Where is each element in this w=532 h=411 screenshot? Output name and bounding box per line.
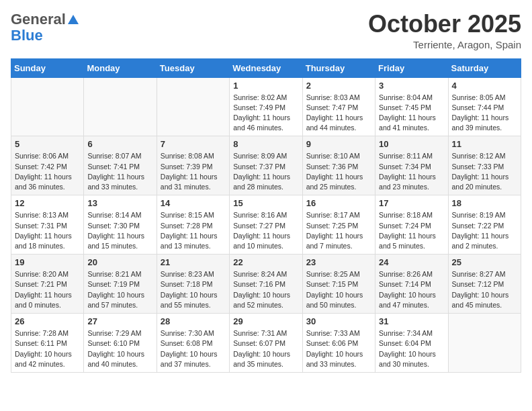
header-wednesday: Wednesday <box>230 58 302 77</box>
day-number: 27 <box>87 316 152 326</box>
day-info: Sunrise: 8:24 AMSunset: 7:16 PMDaylight:… <box>233 269 298 310</box>
day-info: Sunrise: 8:21 AMSunset: 7:19 PMDaylight:… <box>87 269 152 310</box>
table-row: 9Sunrise: 8:10 AMSunset: 7:36 PMDaylight… <box>302 136 375 195</box>
day-number: 21 <box>161 257 226 267</box>
day-info: Sunrise: 8:13 AMSunset: 7:31 PMDaylight:… <box>15 210 80 251</box>
table-row: 15Sunrise: 8:16 AMSunset: 7:27 PMDayligh… <box>230 195 302 255</box>
header-saturday: Saturday <box>448 58 521 77</box>
table-row: 19Sunrise: 8:20 AMSunset: 7:21 PMDayligh… <box>11 255 84 314</box>
day-info: Sunrise: 7:28 AMSunset: 6:11 PMDaylight:… <box>15 328 80 369</box>
table-row: 10Sunrise: 8:11 AMSunset: 7:34 PMDayligh… <box>375 136 448 195</box>
header-friday: Friday <box>375 58 448 77</box>
table-row: 26Sunrise: 7:28 AMSunset: 6:11 PMDayligh… <box>11 314 84 373</box>
logo: General Blue <box>11 11 79 44</box>
day-number: 17 <box>379 198 444 208</box>
calendar-week-row: 19Sunrise: 8:20 AMSunset: 7:21 PMDayligh… <box>11 255 521 314</box>
table-row: 22Sunrise: 8:24 AMSunset: 7:16 PMDayligh… <box>230 255 302 314</box>
day-info: Sunrise: 8:19 AMSunset: 7:22 PMDaylight:… <box>452 210 517 251</box>
table-row: 4Sunrise: 8:05 AMSunset: 7:44 PMDaylight… <box>448 77 521 136</box>
day-number: 22 <box>233 257 298 267</box>
day-info: Sunrise: 8:27 AMSunset: 7:12 PMDaylight:… <box>452 269 517 310</box>
day-number: 6 <box>87 139 152 149</box>
day-info: Sunrise: 8:14 AMSunset: 7:30 PMDaylight:… <box>87 210 152 251</box>
day-info: Sunrise: 8:16 AMSunset: 7:27 PMDaylight:… <box>233 210 298 251</box>
day-info: Sunrise: 8:07 AMSunset: 7:41 PMDaylight:… <box>87 151 152 192</box>
day-number: 8 <box>233 139 298 149</box>
logo-blue-text: Blue <box>11 27 43 44</box>
month-title: October 2025 <box>368 11 521 38</box>
day-number: 14 <box>161 198 226 208</box>
table-row: 31Sunrise: 7:34 AMSunset: 6:04 PMDayligh… <box>375 314 448 373</box>
calendar-week-row: 26Sunrise: 7:28 AMSunset: 6:11 PMDayligh… <box>11 314 521 373</box>
weekday-header-row: Sunday Monday Tuesday Wednesday Thursday… <box>11 58 521 77</box>
logo-icon <box>67 13 79 26</box>
day-number: 7 <box>161 139 226 149</box>
header-tuesday: Tuesday <box>157 58 229 77</box>
day-number: 23 <box>306 257 371 267</box>
calendar-week-row: 1Sunrise: 8:02 AMSunset: 7:49 PMDaylight… <box>11 77 521 136</box>
day-number: 28 <box>161 316 226 326</box>
calendar-table: Sunday Monday Tuesday Wednesday Thursday… <box>11 58 521 373</box>
location-text: Terriente, Aragon, Spain <box>368 39 521 50</box>
table-row: 6Sunrise: 8:07 AMSunset: 7:41 PMDaylight… <box>84 136 157 195</box>
table-row: 5Sunrise: 8:06 AMSunset: 7:42 PMDaylight… <box>11 136 84 195</box>
day-number: 26 <box>15 316 80 326</box>
day-number: 19 <box>15 257 80 267</box>
table-row: 8Sunrise: 8:09 AMSunset: 7:37 PMDaylight… <box>230 136 302 195</box>
day-info: Sunrise: 7:30 AMSunset: 6:08 PMDaylight:… <box>161 328 226 369</box>
day-number: 29 <box>233 316 298 326</box>
day-info: Sunrise: 8:10 AMSunset: 7:36 PMDaylight:… <box>306 151 371 192</box>
table-row: 18Sunrise: 8:19 AMSunset: 7:22 PMDayligh… <box>448 195 521 255</box>
day-number: 12 <box>15 198 80 208</box>
day-number: 13 <box>87 198 152 208</box>
day-info: Sunrise: 7:33 AMSunset: 6:06 PMDaylight:… <box>306 328 371 369</box>
table-row: 23Sunrise: 8:25 AMSunset: 7:15 PMDayligh… <box>302 255 375 314</box>
day-number: 4 <box>452 81 517 91</box>
table-row: 1Sunrise: 8:02 AMSunset: 7:49 PMDaylight… <box>230 77 302 136</box>
day-number: 24 <box>379 257 444 267</box>
day-info: Sunrise: 8:03 AMSunset: 7:47 PMDaylight:… <box>306 93 371 134</box>
day-info: Sunrise: 8:15 AMSunset: 7:28 PMDaylight:… <box>161 210 226 251</box>
logo-general-text: General <box>11 11 66 28</box>
header-sunday: Sunday <box>11 58 84 77</box>
day-info: Sunrise: 8:20 AMSunset: 7:21 PMDaylight:… <box>15 269 80 310</box>
table-row <box>11 77 84 136</box>
day-number: 16 <box>306 198 371 208</box>
day-info: Sunrise: 8:26 AMSunset: 7:14 PMDaylight:… <box>379 269 444 310</box>
title-area: October 2025 Terriente, Aragon, Spain <box>368 11 521 50</box>
day-info: Sunrise: 8:18 AMSunset: 7:24 PMDaylight:… <box>379 210 444 251</box>
calendar-week-row: 5Sunrise: 8:06 AMSunset: 7:42 PMDaylight… <box>11 136 521 195</box>
table-row: 13Sunrise: 8:14 AMSunset: 7:30 PMDayligh… <box>84 195 157 255</box>
day-info: Sunrise: 8:02 AMSunset: 7:49 PMDaylight:… <box>233 93 298 134</box>
table-row <box>84 77 157 136</box>
day-number: 5 <box>15 139 80 149</box>
table-row: 7Sunrise: 8:08 AMSunset: 7:39 PMDaylight… <box>157 136 229 195</box>
day-number: 18 <box>452 198 517 208</box>
day-number: 3 <box>379 81 444 91</box>
day-number: 25 <box>452 257 517 267</box>
day-info: Sunrise: 8:23 AMSunset: 7:18 PMDaylight:… <box>161 269 226 310</box>
day-info: Sunrise: 7:29 AMSunset: 6:10 PMDaylight:… <box>87 328 152 369</box>
table-row: 28Sunrise: 7:30 AMSunset: 6:08 PMDayligh… <box>157 314 229 373</box>
header-monday: Monday <box>84 58 157 77</box>
day-info: Sunrise: 7:31 AMSunset: 6:07 PMDaylight:… <box>233 328 298 369</box>
day-info: Sunrise: 8:12 AMSunset: 7:33 PMDaylight:… <box>452 151 517 192</box>
day-info: Sunrise: 8:09 AMSunset: 7:37 PMDaylight:… <box>233 151 298 192</box>
day-info: Sunrise: 8:17 AMSunset: 7:25 PMDaylight:… <box>306 210 371 251</box>
table-row <box>448 314 521 373</box>
table-row: 17Sunrise: 8:18 AMSunset: 7:24 PMDayligh… <box>375 195 448 255</box>
table-row: 30Sunrise: 7:33 AMSunset: 6:06 PMDayligh… <box>302 314 375 373</box>
table-row <box>157 77 229 136</box>
day-info: Sunrise: 8:06 AMSunset: 7:42 PMDaylight:… <box>15 151 80 192</box>
day-number: 9 <box>306 139 371 149</box>
svg-marker-0 <box>68 15 79 24</box>
table-row: 11Sunrise: 8:12 AMSunset: 7:33 PMDayligh… <box>448 136 521 195</box>
table-row: 2Sunrise: 8:03 AMSunset: 7:47 PMDaylight… <box>302 77 375 136</box>
day-info: Sunrise: 8:04 AMSunset: 7:45 PMDaylight:… <box>379 93 444 134</box>
day-number: 2 <box>306 81 371 91</box>
day-number: 20 <box>87 257 152 267</box>
table-row: 12Sunrise: 8:13 AMSunset: 7:31 PMDayligh… <box>11 195 84 255</box>
day-info: Sunrise: 8:08 AMSunset: 7:39 PMDaylight:… <box>161 151 226 192</box>
table-row: 14Sunrise: 8:15 AMSunset: 7:28 PMDayligh… <box>157 195 229 255</box>
table-row: 29Sunrise: 7:31 AMSunset: 6:07 PMDayligh… <box>230 314 302 373</box>
